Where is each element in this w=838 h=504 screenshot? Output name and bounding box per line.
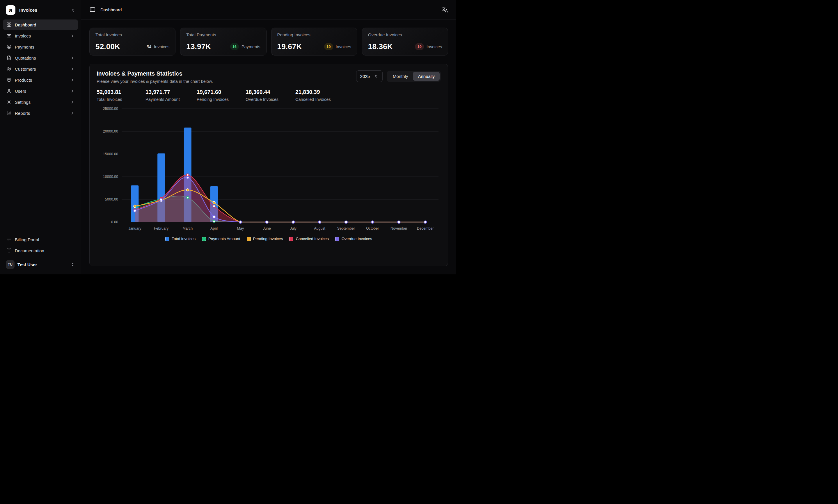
summary-value: 18,360.44 <box>245 89 278 95</box>
sidebar-item-reports[interactable]: Reports <box>3 108 78 118</box>
summary-value: 13,971.77 <box>146 89 180 95</box>
legend-label: Payments Amount <box>208 237 240 241</box>
svg-text:10000.00: 10000.00 <box>103 175 118 179</box>
statistics-chart: 25000.0020000.0015000.0010000.005000.000… <box>97 104 441 235</box>
sidebar-item-customers[interactable]: Customers <box>3 64 78 74</box>
sidebar-item-billing-portal[interactable]: Billing Portal <box>3 234 78 245</box>
topbar: Dashboard <box>81 0 456 19</box>
sidebar-item-quotations[interactable]: Quotations <box>3 53 78 63</box>
sidebar-item-invoices[interactable]: Invoices <box>3 31 78 41</box>
legend-label: Cancelled Invoices <box>296 237 328 241</box>
sidebar-item-label: Billing Portal <box>15 237 74 242</box>
sidebar-item-label: Payments <box>15 44 74 49</box>
stat-title: Total Invoices <box>96 32 169 37</box>
app-logo-glyph: a <box>9 7 13 13</box>
language-icon[interactable] <box>442 6 448 13</box>
statistics-subtitle: Please view your invoices & payments dat… <box>97 79 213 84</box>
summary-value: 52,003.81 <box>97 89 129 95</box>
summary-value: 21,830.39 <box>295 89 331 95</box>
workspace-name: Invoices <box>19 7 67 13</box>
chevrons-up-down-icon[interactable] <box>71 8 76 13</box>
sidebar-item-label: Settings <box>15 100 67 105</box>
chart-legend: Total InvoicesPayments AmountPending Inv… <box>97 235 441 241</box>
user-menu[interactable]: TU Test User <box>3 258 78 271</box>
reports-icon <box>6 110 12 116</box>
sidebar-item-payments[interactable]: Payments <box>3 41 78 52</box>
chevron-right-icon <box>70 100 74 104</box>
workspace-switcher[interactable]: a Invoices <box>0 3 81 19</box>
svg-text:November: November <box>391 227 407 231</box>
legend-label: Total Invoices <box>172 237 195 241</box>
billing-icon <box>6 237 12 242</box>
summary-label: Cancelled Invoices <box>295 97 331 102</box>
stat-value: 19.67K <box>277 42 302 51</box>
chart-controls: 2025 MonthlyAnnually <box>356 70 441 82</box>
legend-cancelled-invoices[interactable]: Cancelled Invoices <box>289 237 328 241</box>
sidebar-spacer <box>0 118 81 234</box>
svg-text:July: July <box>290 227 297 231</box>
app-window: a Invoices DashboardInvoicesPaymentsQuot… <box>0 0 456 274</box>
sidebar-item-documentation[interactable]: Documentation <box>3 245 78 256</box>
products-icon <box>6 77 12 83</box>
stat-card-row: Total Invoices52.00K54InvoicesTotal Paym… <box>89 28 448 55</box>
legend-pending-invoices[interactable]: Pending Invoices <box>247 237 283 241</box>
svg-text:October: October <box>366 227 379 231</box>
sidebar-nav: DashboardInvoicesPaymentsQuotationsCusto… <box>0 19 81 118</box>
chevron-right-icon <box>70 89 74 93</box>
legend-swatch <box>247 237 251 241</box>
stat-count-badge: 16 <box>230 43 239 50</box>
stat-count: 54 <box>147 44 151 49</box>
dashboard-icon <box>6 22 12 27</box>
stat-title: Total Payments <box>186 32 260 37</box>
chevrons-up-down-icon <box>70 262 75 267</box>
chevron-right-icon <box>70 78 74 82</box>
stat-card-total-payments: Total Payments13.97K16Payments <box>180 28 266 55</box>
stat-value: 18.36K <box>368 42 393 51</box>
app-logo: a <box>6 5 15 15</box>
summary-total-invoices: 52,003.81Total Invoices <box>97 89 129 102</box>
sidebar-toggle-icon[interactable] <box>89 6 96 13</box>
legend-swatch <box>165 237 169 241</box>
year-select[interactable]: 2025 <box>356 70 383 82</box>
summary-row: 52,003.81Total Invoices13,971.77Payments… <box>97 89 441 102</box>
stat-card-pending-invoices: Pending Invoices19.67K19Invoices <box>271 28 357 55</box>
statistics-card: Invoices & Payments Statistics Please vi… <box>89 64 448 266</box>
legend-total-invoices[interactable]: Total Invoices <box>165 237 195 241</box>
stat-card-overdue-invoices: Overdue Invoices18.36K19Invoices <box>362 28 448 55</box>
chevron-right-icon <box>70 34 74 38</box>
sidebar-item-label: Dashboard <box>15 22 74 27</box>
main-area: Dashboard Total Invoices52.00K54Invoices… <box>81 0 456 274</box>
svg-text:20000.00: 20000.00 <box>103 129 118 133</box>
customers-icon <box>6 66 12 72</box>
sidebar-item-products[interactable]: Products <box>3 75 78 85</box>
year-select-value: 2025 <box>360 74 370 79</box>
summary-label: Pending Invoices <box>197 97 229 102</box>
summary-label: Total Invoices <box>97 97 129 102</box>
legend-label: Overdue Invoices <box>342 237 372 241</box>
toggle-annually[interactable]: Annually <box>413 72 440 81</box>
legend-overdue-invoices[interactable]: Overdue Invoices <box>335 237 372 241</box>
svg-text:15000.00: 15000.00 <box>103 152 118 156</box>
sidebar-item-dashboard[interactable]: Dashboard <box>3 19 78 30</box>
sidebar-item-label: Invoices <box>15 33 67 38</box>
svg-text:January: January <box>128 227 141 231</box>
page-title: Dashboard <box>100 7 122 12</box>
sidebar-item-users[interactable]: Users <box>3 86 78 96</box>
sidebar-item-label: Users <box>15 89 67 94</box>
summary-value: 19,671.60 <box>197 89 229 95</box>
stat-unit: Payments <box>241 44 260 49</box>
toggle-monthly[interactable]: Monthly <box>388 72 413 81</box>
dashboard-content: Total Invoices52.00K54InvoicesTotal Paym… <box>81 19 456 274</box>
stat-title: Pending Invoices <box>277 32 351 37</box>
chevron-right-icon <box>70 111 74 115</box>
avatar: TU <box>6 260 15 269</box>
chart-area: 25000.0020000.0015000.0010000.005000.000… <box>97 104 441 261</box>
svg-text:April: April <box>210 227 218 231</box>
svg-text:February: February <box>154 227 169 231</box>
sidebar-item-settings[interactable]: Settings <box>3 97 78 107</box>
svg-text:June: June <box>263 227 271 231</box>
summary-label: Overdue Invoices <box>245 97 278 102</box>
statistics-title: Invoices & Payments Statistics <box>97 70 213 77</box>
legend-payments-amount[interactable]: Payments Amount <box>202 237 240 241</box>
svg-text:September: September <box>337 227 355 231</box>
